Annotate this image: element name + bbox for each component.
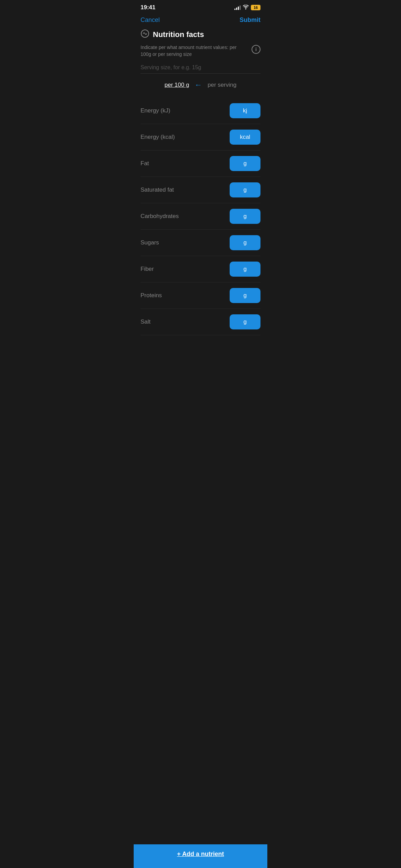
nutrient-row-salt: Saltg: [141, 309, 260, 335]
amount-toggle-row: per 100 g ← per serving: [141, 81, 260, 89]
nutrient-input-fat[interactable]: g: [230, 156, 260, 171]
per-100g-toggle[interactable]: per 100 g: [165, 82, 189, 88]
nutrient-input-energy_kj[interactable]: kj: [230, 103, 260, 118]
signal-icon: [234, 5, 241, 10]
nutrient-label-fiber: Fiber: [141, 266, 154, 273]
section-header: Nutrition facts: [141, 28, 260, 40]
nutrient-row-energy_kj: Energy (kJ)kj: [141, 98, 260, 124]
info-icon-button[interactable]: i: [252, 45, 260, 54]
info-text: Indicate per what amount nutrient values…: [141, 44, 252, 58]
nutrient-input-fiber[interactable]: g: [230, 262, 260, 277]
nutrient-label-fat: Fat: [141, 160, 149, 167]
nutrient-input-saturated_fat[interactable]: g: [230, 182, 260, 197]
nutrients-list: Energy (kJ)kjEnergy (kcal)kcalFatgSatura…: [141, 98, 260, 335]
status-icons: 16: [234, 5, 260, 11]
content-area: Nutrition facts Indicate per what amount…: [134, 28, 267, 366]
cancel-button[interactable]: Cancel: [141, 16, 160, 24]
submit-button[interactable]: Submit: [240, 16, 260, 24]
info-row: Indicate per what amount nutrient values…: [141, 44, 260, 58]
nutrient-input-energy_kcal[interactable]: kcal: [230, 130, 260, 145]
nutrient-label-sugars: Sugars: [141, 239, 159, 246]
nutrient-input-carbohydrates[interactable]: g: [230, 209, 260, 224]
nutrient-input-proteins[interactable]: g: [230, 288, 260, 303]
nutrient-input-sugars[interactable]: g: [230, 235, 260, 250]
nutrient-row-fat: Fatg: [141, 150, 260, 177]
nutrient-input-salt[interactable]: g: [230, 314, 260, 329]
nutrient-row-energy_kcal: Energy (kcal)kcal: [141, 124, 260, 150]
nutrient-row-carbohydrates: Carbohydratesg: [141, 203, 260, 230]
nav-bar: Cancel Submit: [134, 14, 267, 28]
status-time: 19:41: [141, 4, 155, 11]
bottom-spacer: [141, 335, 260, 366]
nutrient-label-salt: Salt: [141, 318, 150, 325]
nutrient-row-proteins: Proteinsg: [141, 282, 260, 309]
wifi-icon: [243, 5, 249, 11]
serving-size-input[interactable]: Serving size, for e.g. 15g: [141, 64, 260, 74]
nutrient-label-energy_kj: Energy (kJ): [141, 107, 170, 114]
battery-icon: 16: [251, 5, 260, 10]
section-title: Nutrition facts: [153, 30, 204, 39]
serving-size-input-area: Serving size, for e.g. 15g: [141, 64, 260, 74]
nutrient-row-fiber: Fiberg: [141, 256, 260, 282]
nutrient-label-saturated_fat: Saturated fat: [141, 186, 174, 193]
nutrient-label-proteins: Proteins: [141, 292, 162, 299]
status-bar: 19:41 16: [134, 0, 267, 14]
nutrient-row-sugars: Sugarsg: [141, 230, 260, 256]
nutrient-row-saturated_fat: Saturated fatg: [141, 177, 260, 203]
nutrient-label-energy_kcal: Energy (kcal): [141, 134, 175, 141]
toggle-arrow-icon: ←: [195, 81, 202, 89]
nutrition-icon: [141, 29, 149, 40]
per-serving-toggle[interactable]: per serving: [208, 82, 236, 88]
nutrient-label-carbohydrates: Carbohydrates: [141, 213, 179, 220]
